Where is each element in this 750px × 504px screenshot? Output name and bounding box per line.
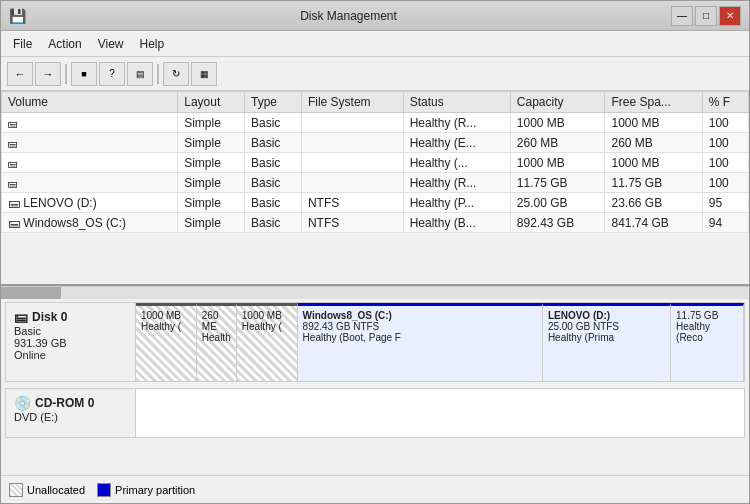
list-button[interactable]: ▤ [127, 62, 153, 86]
table-cell: 🖴 [2, 113, 178, 133]
table-cell: 1000 MB [510, 153, 605, 173]
table-cell: 11.75 GB [510, 173, 605, 193]
table-cell: Basic [245, 113, 302, 133]
volume-table: Volume Layout Type File System Status Ca… [1, 91, 749, 233]
table-cell: Basic [245, 213, 302, 233]
table-cell: 🖴 Windows8_OS (C:) [2, 213, 178, 233]
help-button[interactable]: ? [99, 62, 125, 86]
table-cell: 841.74 GB [605, 213, 702, 233]
window-title: Disk Management [26, 9, 671, 23]
table-cell: Healthy (P... [403, 193, 510, 213]
hscroll-bar[interactable] [1, 286, 749, 298]
table-body: 🖴 SimpleBasicHealthy (R...1000 MB1000 MB… [2, 113, 749, 233]
maximize-button[interactable]: □ [695, 6, 717, 26]
table-cell: 100 [702, 113, 748, 133]
partition-0-3[interactable]: Windows8_OS (C:) 892.43 GB NTFS Healthy … [298, 303, 543, 381]
cdrom-0-partitions [136, 389, 744, 437]
table-row[interactable]: 🖴 SimpleBasicHealthy (R...11.75 GB11.75 … [2, 173, 749, 193]
legend-primary-label: Primary partition [115, 484, 195, 496]
partition-0-4[interactable]: LENOVO (D:) 25.00 GB NTFS Healthy (Prima [543, 303, 671, 381]
cdrom-0-row: 💿 CD-ROM 0 DVD (E:) [5, 388, 745, 438]
legend-unallocated: Unallocated [9, 483, 85, 497]
menu-help[interactable]: Help [132, 34, 173, 54]
table-cell: NTFS [301, 193, 403, 213]
menu-action[interactable]: Action [40, 34, 89, 54]
partition-0-5[interactable]: 11.75 GB Healthy (Reco [671, 303, 744, 381]
close-button[interactable]: ✕ [719, 6, 741, 26]
table-cell: 94 [702, 213, 748, 233]
table-cell: Healthy (R... [403, 113, 510, 133]
col-volume[interactable]: Volume [2, 92, 178, 113]
table-row[interactable]: 🖴 SimpleBasicHealthy (E...260 MB260 MB10… [2, 133, 749, 153]
toolbar-separator-1 [65, 64, 67, 84]
menu-view[interactable]: View [90, 34, 132, 54]
col-layout[interactable]: Layout [178, 92, 245, 113]
minimize-button[interactable]: — [671, 6, 693, 26]
table-cell: 🖴 [2, 133, 178, 153]
table-cell: 🖴 [2, 153, 178, 173]
table-cell: Simple [178, 193, 245, 213]
table-cell: Simple [178, 113, 245, 133]
cdrom-0-name: 💿 CD-ROM 0 [14, 395, 127, 411]
table-cell [301, 173, 403, 193]
volume-icon: 🖴 [8, 196, 23, 210]
window-controls: — □ ✕ [671, 6, 741, 26]
table-row[interactable]: 🖴 Windows8_OS (C:)SimpleBasicNTFSHealthy… [2, 213, 749, 233]
cdrom-0-info: 💿 CD-ROM 0 DVD (E:) [6, 389, 136, 437]
table-cell: Healthy (B... [403, 213, 510, 233]
table-cell: 11.75 GB [605, 173, 702, 193]
table-cell: 23.66 GB [605, 193, 702, 213]
volume-table-area[interactable]: Volume Layout Type File System Status Ca… [1, 91, 749, 286]
table-row[interactable]: 🖴 LENOVO (D:)SimpleBasicNTFSHealthy (P..… [2, 193, 749, 213]
table-cell [301, 153, 403, 173]
disk-0-partitions: 1000 MB Healthy ( 260 ME Health 1000 MB … [136, 303, 744, 381]
properties-button[interactable]: ■ [71, 62, 97, 86]
table-cell: Basic [245, 193, 302, 213]
table-cell: 1000 MB [605, 153, 702, 173]
table-cell: 1000 MB [510, 113, 605, 133]
col-capacity[interactable]: Capacity [510, 92, 605, 113]
table-cell: 892.43 GB [510, 213, 605, 233]
forward-button[interactable]: → [35, 62, 61, 86]
table-row[interactable]: 🖴 SimpleBasicHealthy (R...1000 MB1000 MB… [2, 113, 749, 133]
table-cell: 100 [702, 173, 748, 193]
col-fs[interactable]: File System [301, 92, 403, 113]
legend-unallocated-box [9, 483, 23, 497]
legend-primary: Primary partition [97, 483, 195, 497]
table-cell: Healthy (R... [403, 173, 510, 193]
col-status[interactable]: Status [403, 92, 510, 113]
menu-file[interactable]: File [5, 34, 40, 54]
table-cell: 100 [702, 133, 748, 153]
col-pct[interactable]: % F [702, 92, 748, 113]
volume-icon: 🖴 [8, 118, 18, 129]
settings-button[interactable]: ▦ [191, 62, 217, 86]
hdd-icon: 🖴 [14, 309, 28, 325]
refresh-button[interactable]: ↻ [163, 62, 189, 86]
legend-unallocated-label: Unallocated [27, 484, 85, 496]
app-icon: 💾 [9, 8, 26, 24]
volume-icon: 🖴 [8, 178, 18, 189]
disk-visual-area: 🖴 Disk 0 Basic 931.39 GB Online 1000 MB … [1, 298, 749, 475]
volume-icon: 🖴 [8, 158, 18, 169]
disk-0-name: 🖴 Disk 0 [14, 309, 127, 325]
col-free[interactable]: Free Spa... [605, 92, 702, 113]
main-window: 💾 Disk Management — □ ✕ File Action View… [0, 0, 750, 504]
col-type[interactable]: Type [245, 92, 302, 113]
table-cell: 🖴 LENOVO (D:) [2, 193, 178, 213]
table-cell: Simple [178, 213, 245, 233]
table-row[interactable]: 🖴 SimpleBasicHealthy (...1000 MB1000 MB1… [2, 153, 749, 173]
table-cell: Basic [245, 173, 302, 193]
disk-0-status: Online [14, 349, 127, 361]
table-cell: 1000 MB [605, 113, 702, 133]
disk-0-size: 931.39 GB [14, 337, 127, 349]
table-cell: 95 [702, 193, 748, 213]
table-cell: Healthy (E... [403, 133, 510, 153]
table-cell: 25.00 GB [510, 193, 605, 213]
cdrom-0-type: DVD (E:) [14, 411, 127, 423]
partition-0-1[interactable]: 260 ME Health [197, 303, 237, 381]
partition-0-0[interactable]: 1000 MB Healthy ( [136, 303, 197, 381]
partition-0-2[interactable]: 1000 MB Healthy ( [237, 303, 298, 381]
back-button[interactable]: ← [7, 62, 33, 86]
table-cell: Simple [178, 173, 245, 193]
table-cell: 260 MB [510, 133, 605, 153]
